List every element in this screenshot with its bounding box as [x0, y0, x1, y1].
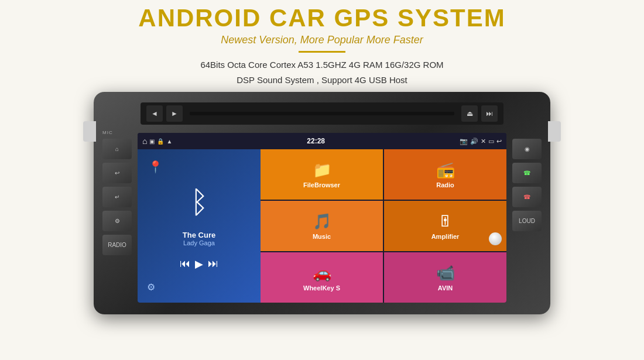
call-button[interactable]: ☎	[512, 163, 542, 183]
amplifier-label: Amplifier	[431, 233, 460, 240]
eq-button[interactable]: ⚙	[102, 211, 132, 231]
back-nav-icon: ↩	[496, 138, 502, 145]
close-icon: ✕	[481, 138, 486, 145]
fastforward-button[interactable]: ⏭	[208, 258, 218, 270]
head-unit: ◄ ► ⏏ ⏭ MIC ⌂ ↩ ↵ ⚙ RADIO ◉ ☎ ☎ LOUD	[94, 92, 550, 314]
avin-label: AVIN	[438, 284, 453, 292]
wheelkey-icon: 🚗	[313, 264, 331, 282]
specs-text: 64Bits Octa Core Cortex A53 1.5GHZ 4G RA…	[0, 57, 644, 87]
right-app-panel: 📁 FileBrowser 📻 Radio 🎵 Music 🎚 Amplifie…	[261, 149, 506, 303]
back-button[interactable]: ↩	[102, 163, 132, 183]
nav-button[interactable]: ◉	[512, 139, 542, 159]
main-screen: ⌂ ▣ 🔒 ▲ 22:28 📷 🔊 ✕ ▭ ↩ 📍	[138, 133, 506, 303]
filebrowser-tile[interactable]: 📁 FileBrowser	[261, 149, 383, 200]
amplifier-tile[interactable]: 🎚 Amplifier	[384, 201, 506, 251]
status-bar: ⌂ ▣ 🔒 ▲ 22:28 📷 🔊 ✕ ▭ ↩	[138, 133, 506, 149]
header-section: ANDROID CAR GPS SYSTEM Newest Version, M…	[0, 0, 644, 87]
amplifier-knob	[489, 232, 502, 245]
player-controls: ⏮ ▶ ⏭	[180, 258, 218, 270]
cd-slot	[190, 112, 454, 115]
music-label: Music	[313, 233, 331, 240]
device-section: ◄ ► ⏏ ⏭ MIC ⌂ ↩ ↵ ⚙ RADIO ◉ ☎ ☎ LOUD	[0, 92, 644, 314]
track-info: The Cure Lady Gaga	[183, 231, 215, 246]
screenshot-icon: ▣	[149, 138, 155, 145]
track-title: The Cure	[183, 231, 215, 239]
camera-icon: 📷	[460, 138, 468, 145]
mic-label: MIC	[102, 130, 113, 135]
eject-button[interactable]: ⏏	[461, 105, 478, 122]
status-icons-left: ⌂ ▣ 🔒 ▲	[142, 136, 172, 146]
filebrowser-label: FileBrowser	[303, 181, 340, 188]
avin-icon: 📹	[436, 264, 455, 282]
loud-button[interactable]: LOUD	[512, 211, 542, 231]
specs-line1: 64Bits Octa Core Cortex A53 1.5GHZ 4G RA…	[0, 57, 644, 73]
mount-ear-left	[83, 121, 96, 142]
window-icon: ▭	[488, 138, 494, 145]
music-icon: 🎵	[313, 212, 331, 231]
location-pin-icon: 📍	[148, 160, 163, 174]
track-artist: Lady Gaga	[183, 239, 215, 246]
status-icons-right: 📷 🔊 ✕ ▭ ↩	[460, 138, 502, 145]
side-buttons-right: ◉ ☎ ☎ LOUD	[512, 139, 542, 231]
top-bar: ◄ ► ⏏ ⏭	[141, 102, 503, 125]
radio-label: Radio	[436, 181, 454, 188]
return-button[interactable]: ↵	[102, 187, 132, 207]
music-tile[interactable]: 🎵 Music	[261, 201, 383, 251]
lock-icon: 🔒	[157, 138, 164, 145]
status-time: 22:28	[307, 137, 325, 145]
filebrowser-icon: 📁	[313, 161, 331, 179]
next-button[interactable]: ►	[166, 105, 183, 122]
endcall-button[interactable]: ☎	[512, 187, 542, 207]
home-button[interactable]: ⌂	[102, 139, 132, 159]
app-grid: 📍 ᛒ The Cure Lady Gaga ⏮ ▶ ⏭ ⚙	[138, 149, 506, 303]
home-icon-bar: ⌂	[142, 136, 147, 146]
left-panel: 📍 ᛒ The Cure Lady Gaga ⏮ ▶ ⏭ ⚙	[138, 149, 261, 303]
skip-button[interactable]: ⏭	[481, 105, 498, 122]
subtitle: Newest Version, More Popular More Faster	[0, 34, 644, 46]
bluetooth-icon: ᛒ	[190, 184, 208, 220]
radio-button[interactable]: RADIO	[102, 235, 132, 255]
volume-icon: 🔊	[470, 138, 478, 145]
rewind-button[interactable]: ⏮	[180, 258, 190, 270]
specs-line2: DSP Sound System , Support 4G USB Host	[0, 73, 644, 88]
prev-button[interactable]: ◄	[146, 105, 163, 122]
side-buttons-left: ⌂ ↩ ↵ ⚙ RADIO	[102, 139, 132, 255]
radio-tile[interactable]: 📻 Radio	[384, 149, 506, 200]
play-button[interactable]: ▶	[195, 258, 203, 270]
avin-tile[interactable]: 📹 AVIN	[384, 252, 506, 303]
wheelkey-label: WheelKey S	[303, 284, 340, 292]
mount-ear-right	[548, 121, 561, 142]
signal-icon: ▲	[166, 138, 172, 145]
wheelkey-tile[interactable]: 🚗 WheelKey S	[261, 252, 383, 303]
amplifier-icon: 🎚	[438, 212, 453, 231]
nav-buttons: ◄ ►	[146, 105, 183, 122]
main-title: ANDROID CAR GPS SYSTEM	[0, 5, 644, 32]
gold-divider	[299, 51, 345, 53]
radio-icon: 📻	[436, 161, 455, 179]
right-controls: ⏏ ⏭	[461, 105, 498, 122]
equalizer-icon: ⚙	[147, 282, 155, 293]
